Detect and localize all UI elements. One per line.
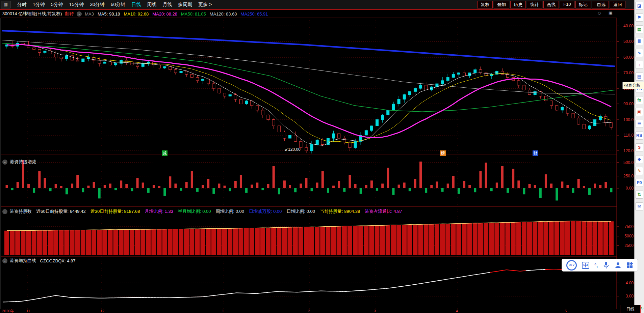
timeline-bar[interactable] bbox=[0, 309, 634, 313]
timeline-month-4: 4 bbox=[456, 309, 458, 313]
tab-分时[interactable]: 分时 bbox=[14, 0, 30, 9]
stat-item: 近60日前持股量: 6449.42 bbox=[36, 208, 86, 215]
button-历史[interactable]: 历史 bbox=[510, 1, 526, 8]
keyboard-grid-icon[interactable] bbox=[626, 262, 633, 268]
price-axis-label: 60.00 bbox=[616, 55, 634, 60]
low-price-callout: ↙120.00 bbox=[285, 147, 301, 152]
price-axis-label: 100.0 bbox=[616, 117, 634, 122]
timeline-year: 2020年 bbox=[2, 309, 14, 313]
ma-legend-item: MA20: 88.28 bbox=[152, 11, 177, 17]
ifly-voice-toolbar: iFLY 中 °, bbox=[562, 259, 638, 272]
tab-周线[interactable]: 周线 bbox=[144, 0, 159, 9]
stat-item: 月增比例: 1.33 bbox=[145, 208, 173, 215]
button-F10[interactable]: F10 bbox=[560, 1, 574, 8]
ma-legend-item: MA5: 98.18 bbox=[98, 11, 120, 17]
panel4-axis-label: 4.00 bbox=[616, 281, 634, 285]
timeline-month-1: 1 bbox=[222, 309, 224, 313]
price-axis-label: 40.00 bbox=[616, 24, 634, 28]
ma-legend-item: MA50: 81.05 bbox=[181, 11, 206, 17]
button-画线[interactable]: 画线 bbox=[543, 1, 559, 8]
sidebar-icon-12[interactable]: RS bbox=[635, 132, 643, 140]
sidebar-icon-16[interactable]: F9 bbox=[635, 179, 643, 187]
button--自选[interactable]: -自选 bbox=[592, 1, 609, 8]
button-叠加[interactable]: 叠加 bbox=[494, 1, 509, 8]
tab-15分钟[interactable]: 15分钟 bbox=[66, 0, 87, 9]
tab-5分钟[interactable]: 5分钟 bbox=[48, 0, 66, 9]
event-marker-减[interactable]: 减 bbox=[162, 150, 168, 156]
timeline-month-11: 11 bbox=[26, 309, 30, 313]
timeframe-tabs: 分时1分钟5分钟15分钟30分钟60分钟日线周线月线多周期更多 > bbox=[14, 0, 215, 9]
tab-60分钟[interactable]: 60分钟 bbox=[108, 0, 129, 9]
sidebar-icon-7[interactable]: ▤ bbox=[635, 73, 643, 81]
button-标记[interactable]: 标记 bbox=[575, 1, 591, 8]
sidebar-icon-18[interactable]: ✉ bbox=[635, 202, 643, 210]
sidebar-icon-3[interactable]: ▦ bbox=[635, 25, 643, 33]
sidebar-icon-1[interactable]: ◪ bbox=[635, 2, 643, 10]
sidebar-icon-4[interactable]: ≣ bbox=[635, 37, 643, 45]
tab-30分钟[interactable]: 30分钟 bbox=[87, 0, 108, 9]
menu-divider bbox=[12, 1, 12, 8]
tab-多周期[interactable]: 多周期 bbox=[175, 0, 195, 9]
sidebar-icon-6[interactable]: ↕ bbox=[635, 61, 643, 69]
panel3-axis-label: 5000 bbox=[616, 234, 634, 238]
symbol-info-row: 300014 亿纬锂能(日线,前复权) 翻转 ⌄ MA3MA5: 98.18MA… bbox=[0, 10, 624, 18]
panel4-header: ⌄ 港资增持曲线 GZCGZBQX: 4.87 bbox=[2, 258, 75, 264]
timeline-month-3: 3 bbox=[374, 309, 376, 313]
chart-action-buttons: 复权叠加历史统计画线F10标记-自选返回 bbox=[477, 1, 634, 8]
price-axis-label: 110.0 bbox=[616, 133, 634, 138]
symbol-title: 300014 亿纬锂能(日线,前复权) bbox=[2, 11, 62, 17]
tab-日线[interactable]: 日线 bbox=[128, 0, 144, 9]
period-box[interactable]: 日线 bbox=[620, 305, 641, 313]
button-统计[interactable]: 统计 bbox=[527, 1, 542, 8]
panel4-title: 港资增持曲线 bbox=[10, 258, 36, 264]
timeline-month-5: 5 bbox=[565, 309, 567, 313]
sidebar-icon-5[interactable]: ∿ bbox=[635, 49, 643, 57]
chart-canvas[interactable] bbox=[0, 0, 644, 313]
stat-item: 当前持股量: 8904.38 bbox=[320, 208, 360, 215]
panel2-header: ⌄ 港资持股增减 bbox=[2, 159, 36, 165]
sidebar-icon-9[interactable]: fx bbox=[635, 96, 643, 104]
tab-1分钟[interactable]: 1分钟 bbox=[30, 0, 48, 9]
ma-legend-item: MA250: 65.91 bbox=[241, 11, 268, 17]
tab-月线[interactable]: 月线 bbox=[159, 0, 175, 9]
stat-item: 港资占流通比: 4.87 bbox=[365, 208, 402, 215]
ma-legend-item: MA3 bbox=[85, 11, 94, 17]
button-返回[interactable]: 返回 bbox=[610, 1, 625, 8]
refresh-icon[interactable]: ↻ bbox=[641, 306, 644, 311]
stat-item: 日增比例: 0.00 bbox=[287, 208, 315, 215]
sidebar-icon-15[interactable]: ✎ bbox=[635, 167, 643, 175]
tab-更多 >[interactable]: 更多 > bbox=[195, 0, 215, 9]
microphone-icon[interactable] bbox=[603, 261, 610, 269]
language-mode-icon[interactable]: 中 bbox=[582, 262, 589, 269]
chevron-down-icon[interactable]: ⌄ bbox=[77, 11, 82, 17]
layout-icon[interactable]: ▥ bbox=[1, 1, 10, 8]
report-analysis-tooltip: 报表分析 bbox=[622, 82, 644, 89]
chevron-down-icon[interactable]: ⌄ bbox=[2, 209, 7, 214]
chevron-down-icon[interactable]: ⌄ bbox=[2, 258, 7, 263]
stat-item: 周增比例: 0.00 bbox=[215, 208, 244, 215]
panel3-axis-label: 2500 bbox=[616, 243, 634, 248]
event-marker-榜[interactable]: 榜 bbox=[440, 150, 446, 156]
timeline-month-12: 12 bbox=[100, 309, 104, 313]
flip-toggle[interactable]: 翻转 bbox=[65, 11, 74, 17]
sidebar-icon-2[interactable]: ⚑ bbox=[635, 13, 643, 22]
stat-item: 半月增比例: 0.00 bbox=[178, 208, 211, 215]
button-复权[interactable]: 复权 bbox=[477, 1, 493, 8]
panel3-header: ⌄ 港资持股数 近60日前持股量: 6449.42近30日前持股量: 8187.… bbox=[2, 208, 402, 215]
user-icon[interactable] bbox=[615, 262, 621, 268]
price-axis-label: 120.0 bbox=[616, 148, 634, 153]
chart-corner-icons[interactable]: ◇ ▣ bbox=[598, 10, 616, 16]
sidebar-icon-10[interactable]: ▣ bbox=[635, 108, 643, 116]
ifly-logo-icon[interactable]: iFLY bbox=[566, 260, 577, 271]
panel4-indicator-value: GZCGZBQX: 4.87 bbox=[40, 258, 75, 263]
holding-stats: 近60日前持股量: 6449.42近30日前持股量: 8187.68月增比例: … bbox=[36, 208, 402, 215]
punctuation-icon[interactable]: °, bbox=[594, 262, 598, 268]
price-axis-label: 70.00 bbox=[616, 70, 634, 75]
sidebar-icon-14[interactable]: ◆ bbox=[635, 155, 643, 163]
sidebar-icon-17[interactable]: ⇅ bbox=[635, 191, 643, 199]
chevron-down-icon[interactable]: ⌄ bbox=[2, 160, 7, 165]
panel3-title: 港资持股数 bbox=[10, 208, 32, 215]
event-marker-财[interactable]: 财 bbox=[533, 150, 538, 156]
sidebar-icon-13[interactable]: $ bbox=[635, 143, 643, 151]
sidebar-icon-11[interactable]: ☰ bbox=[635, 120, 643, 128]
